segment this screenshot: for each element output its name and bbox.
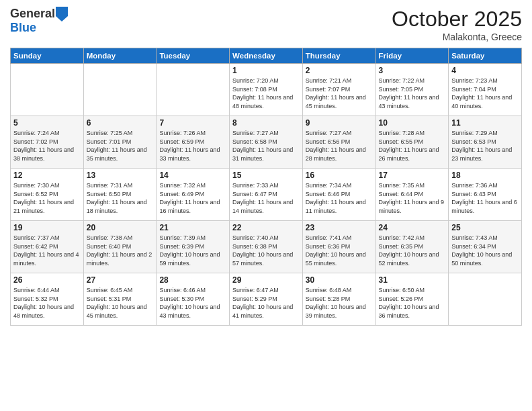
day-info: Sunrise: 6:50 AM Sunset: 5:26 PM Dayligh… xyxy=(379,286,446,320)
day-number: 19 xyxy=(13,223,81,232)
day-number: 4 xyxy=(451,66,519,75)
month-title: October 2025 xyxy=(392,7,522,32)
day-info: Sunrise: 7:32 AM Sunset: 6:49 PM Dayligh… xyxy=(159,181,226,215)
day-info: Sunrise: 6:44 AM Sunset: 5:32 PM Dayligh… xyxy=(13,286,81,320)
calendar-cell: 11Sunrise: 7:29 AM Sunset: 6:53 PM Dayli… xyxy=(449,116,522,169)
day-number: 17 xyxy=(379,171,446,180)
col-wednesday: Wednesday xyxy=(230,48,303,64)
day-number: 2 xyxy=(306,66,373,75)
day-number: 9 xyxy=(306,118,373,128)
day-info: Sunrise: 7:27 AM Sunset: 6:56 PM Dayligh… xyxy=(306,129,373,163)
calendar-cell: 7Sunrise: 7:26 AM Sunset: 6:59 PM Daylig… xyxy=(157,116,230,169)
day-number: 24 xyxy=(379,223,446,232)
calendar-cell: 24Sunrise: 7:42 AM Sunset: 6:35 PM Dayli… xyxy=(375,221,449,273)
day-info: Sunrise: 7:24 AM Sunset: 7:02 PM Dayligh… xyxy=(13,129,81,163)
day-number: 27 xyxy=(87,275,154,285)
day-info: Sunrise: 7:28 AM Sunset: 6:55 PM Dayligh… xyxy=(379,129,446,163)
day-info: Sunrise: 7:39 AM Sunset: 6:39 PM Dayligh… xyxy=(159,234,226,267)
calendar-week-3: 12Sunrise: 7:30 AM Sunset: 6:52 PM Dayli… xyxy=(11,169,522,221)
day-info: Sunrise: 7:38 AM Sunset: 6:40 PM Dayligh… xyxy=(87,234,154,267)
calendar-cell: 30Sunrise: 6:48 AM Sunset: 5:28 PM Dayli… xyxy=(302,273,375,326)
calendar-cell: 19Sunrise: 7:37 AM Sunset: 6:42 PM Dayli… xyxy=(11,221,84,273)
day-number: 31 xyxy=(379,275,446,285)
calendar-cell: 2Sunrise: 7:21 AM Sunset: 7:07 PM Daylig… xyxy=(302,64,375,116)
page-header: General Blue October 2025 Malakonta, Gre… xyxy=(10,7,522,42)
day-number: 26 xyxy=(13,275,81,285)
day-info: Sunrise: 6:47 AM Sunset: 5:29 PM Dayligh… xyxy=(232,286,300,320)
day-info: Sunrise: 7:23 AM Sunset: 7:04 PM Dayligh… xyxy=(451,77,519,110)
calendar-cell: 13Sunrise: 7:31 AM Sunset: 6:50 PM Dayli… xyxy=(83,169,157,221)
day-info: Sunrise: 7:36 AM Sunset: 6:43 PM Dayligh… xyxy=(451,181,519,215)
calendar-cell: 10Sunrise: 7:28 AM Sunset: 6:55 PM Dayli… xyxy=(375,116,449,169)
day-number: 14 xyxy=(159,171,226,180)
calendar-cell: 4Sunrise: 7:23 AM Sunset: 7:04 PM Daylig… xyxy=(449,64,522,116)
day-info: Sunrise: 7:41 AM Sunset: 6:36 PM Dayligh… xyxy=(306,234,373,267)
day-number: 8 xyxy=(232,118,300,128)
calendar-cell: 1Sunrise: 7:20 AM Sunset: 7:08 PM Daylig… xyxy=(230,64,303,116)
title-block: October 2025 Malakonta, Greece xyxy=(392,7,522,42)
day-info: Sunrise: 6:46 AM Sunset: 5:30 PM Dayligh… xyxy=(159,286,226,320)
col-thursday: Thursday xyxy=(302,48,375,64)
day-number: 7 xyxy=(159,118,226,128)
day-number: 16 xyxy=(306,171,373,180)
location: Malakonta, Greece xyxy=(392,32,522,42)
calendar-cell: 18Sunrise: 7:36 AM Sunset: 6:43 PM Dayli… xyxy=(449,169,522,221)
day-info: Sunrise: 7:31 AM Sunset: 6:50 PM Dayligh… xyxy=(87,181,154,215)
logo-icon xyxy=(56,7,68,21)
day-info: Sunrise: 7:42 AM Sunset: 6:35 PM Dayligh… xyxy=(379,234,446,267)
calendar-cell: 22Sunrise: 7:40 AM Sunset: 6:38 PM Dayli… xyxy=(230,221,303,273)
day-number: 18 xyxy=(451,171,519,180)
calendar-week-5: 26Sunrise: 6:44 AM Sunset: 5:32 PM Dayli… xyxy=(11,273,522,326)
day-number: 3 xyxy=(379,66,446,75)
calendar-cell: 3Sunrise: 7:22 AM Sunset: 7:05 PM Daylig… xyxy=(375,64,449,116)
calendar-cell: 27Sunrise: 6:45 AM Sunset: 5:31 PM Dayli… xyxy=(83,273,157,326)
calendar-cell: 21Sunrise: 7:39 AM Sunset: 6:39 PM Dayli… xyxy=(157,221,230,273)
col-friday: Friday xyxy=(375,48,449,64)
calendar-cell: 26Sunrise: 6:44 AM Sunset: 5:32 PM Dayli… xyxy=(11,273,84,326)
calendar-cell: 9Sunrise: 7:27 AM Sunset: 6:56 PM Daylig… xyxy=(302,116,375,169)
calendar-cell: 5Sunrise: 7:24 AM Sunset: 7:02 PM Daylig… xyxy=(11,116,84,169)
day-info: Sunrise: 6:45 AM Sunset: 5:31 PM Dayligh… xyxy=(87,286,154,320)
day-number: 25 xyxy=(451,223,519,232)
logo-blue: Blue xyxy=(10,21,36,34)
day-info: Sunrise: 7:21 AM Sunset: 7:07 PM Dayligh… xyxy=(306,77,373,110)
day-number: 13 xyxy=(87,171,154,180)
day-number: 28 xyxy=(159,275,226,285)
calendar-cell: 29Sunrise: 6:47 AM Sunset: 5:29 PM Dayli… xyxy=(230,273,303,326)
calendar-week-4: 19Sunrise: 7:37 AM Sunset: 6:42 PM Dayli… xyxy=(11,221,522,273)
calendar-cell: 20Sunrise: 7:38 AM Sunset: 6:40 PM Dayli… xyxy=(83,221,157,273)
day-number: 30 xyxy=(306,275,373,285)
day-info: Sunrise: 7:33 AM Sunset: 6:47 PM Dayligh… xyxy=(232,181,300,215)
calendar-cell xyxy=(449,273,522,326)
calendar-week-1: 1Sunrise: 7:20 AM Sunset: 7:08 PM Daylig… xyxy=(11,64,522,116)
calendar-cell: 15Sunrise: 7:33 AM Sunset: 6:47 PM Dayli… xyxy=(230,169,303,221)
day-number: 20 xyxy=(87,223,154,232)
day-info: Sunrise: 7:25 AM Sunset: 7:01 PM Dayligh… xyxy=(87,129,154,163)
calendar-week-2: 5Sunrise: 7:24 AM Sunset: 7:02 PM Daylig… xyxy=(11,116,522,169)
calendar-cell xyxy=(83,64,157,116)
day-number: 21 xyxy=(159,223,226,232)
day-info: Sunrise: 7:40 AM Sunset: 6:38 PM Dayligh… xyxy=(232,234,300,267)
day-info: Sunrise: 7:20 AM Sunset: 7:08 PM Dayligh… xyxy=(232,77,300,110)
calendar-cell: 8Sunrise: 7:27 AM Sunset: 6:58 PM Daylig… xyxy=(230,116,303,169)
day-info: Sunrise: 7:29 AM Sunset: 6:53 PM Dayligh… xyxy=(451,129,519,163)
day-number: 12 xyxy=(13,171,81,180)
calendar-cell: 28Sunrise: 6:46 AM Sunset: 5:30 PM Dayli… xyxy=(157,273,230,326)
day-number: 10 xyxy=(379,118,446,128)
day-number: 22 xyxy=(232,223,300,232)
day-info: Sunrise: 7:34 AM Sunset: 6:46 PM Dayligh… xyxy=(306,181,373,215)
day-number: 15 xyxy=(232,171,300,180)
col-saturday: Saturday xyxy=(449,48,522,64)
logo-general: General xyxy=(10,7,55,21)
col-tuesday: Tuesday xyxy=(157,48,230,64)
svg-marker-0 xyxy=(56,7,68,21)
day-number: 1 xyxy=(232,66,300,75)
day-info: Sunrise: 7:27 AM Sunset: 6:58 PM Dayligh… xyxy=(232,129,300,163)
calendar-cell: 31Sunrise: 6:50 AM Sunset: 5:26 PM Dayli… xyxy=(375,273,449,326)
day-number: 23 xyxy=(306,223,373,232)
calendar-cell: 16Sunrise: 7:34 AM Sunset: 6:46 PM Dayli… xyxy=(302,169,375,221)
day-info: Sunrise: 6:48 AM Sunset: 5:28 PM Dayligh… xyxy=(306,286,373,320)
calendar-cell: 14Sunrise: 7:32 AM Sunset: 6:49 PM Dayli… xyxy=(157,169,230,221)
day-number: 5 xyxy=(13,118,81,128)
calendar-cell xyxy=(157,64,230,116)
